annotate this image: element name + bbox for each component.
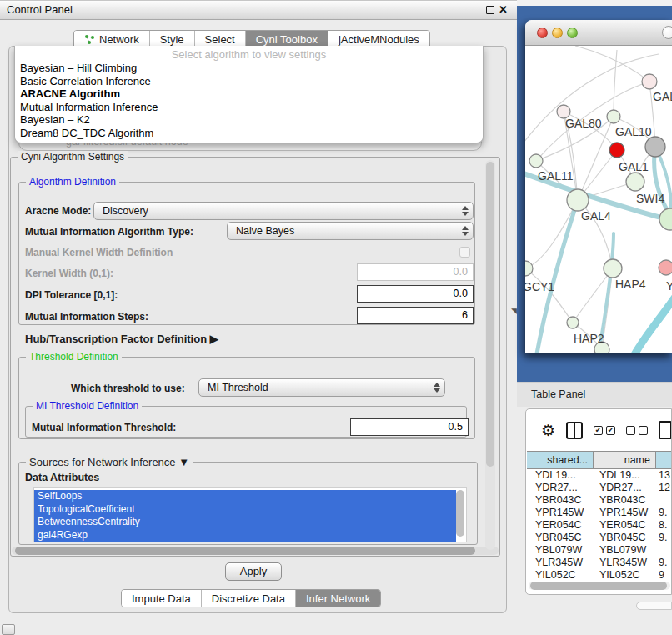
table-toolbar: ⚙ ✔ ✔: [526, 409, 672, 451]
tab-network-label: Network: [99, 33, 139, 46]
aracne-mode-combo[interactable]: Discovery: [93, 202, 474, 220]
node-gal11[interactable]: [529, 154, 543, 168]
tab-impute-data[interactable]: Impute Data: [122, 590, 202, 607]
node-green[interactable]: [607, 110, 620, 123]
network-icon: [84, 34, 95, 45]
which-threshold-value: MI Threshold: [208, 382, 432, 393]
cell: YDR27...: [594, 482, 656, 494]
show-columns-toggle[interactable]: ✔ ✔: [594, 426, 615, 435]
kernel-width-field[interactable]: 0.0: [357, 263, 474, 281]
algorithm-option[interactable]: Mutual Information Inference: [15, 101, 483, 114]
algorithm-option[interactable]: Dream8 DC_TDC Algorithm: [15, 127, 483, 140]
table-row[interactable]: YIL052CYIL052C9: [527, 569, 672, 580]
cell: YDR27...: [527, 482, 594, 494]
mac-minimize-icon[interactable]: [552, 28, 563, 38]
panel-divider-handle[interactable]: ◥: [511, 307, 517, 315]
node-hap4[interactable]: [604, 259, 622, 278]
titlebar-button-partial[interactable]: [662, 26, 672, 39]
columns-icon[interactable]: [566, 422, 583, 439]
aracne-mode-label: Aracne Mode:: [25, 205, 91, 217]
column-header-shared-name[interactable]: shared...: [527, 452, 594, 468]
close-icon[interactable]: ✕: [499, 3, 508, 16]
network-canvas[interactable]: GAL GAL80 GAL10 GAL1 GAL11 SWI4 GAL4 GCY…: [525, 46, 672, 353]
algorithm-option[interactable]: Bayesian – K2: [15, 113, 483, 127]
tab-infer-network-label: Infer Network: [306, 592, 370, 605]
attribute-item[interactable]: SelfLoops: [34, 490, 456, 503]
tab-discretize-data[interactable]: Discretize Data: [202, 590, 296, 607]
mac-close-icon[interactable]: [537, 28, 548, 38]
hub-definition-toggle[interactable]: Hub/Transcription Factor Definition ▶: [25, 332, 218, 345]
table-row[interactable]: YBR045CYBR045C9.: [527, 532, 672, 544]
tab-infer-network[interactable]: Infer Network: [296, 590, 380, 607]
settings-hscrollbar[interactable]: [12, 547, 499, 555]
hide-columns-toggle[interactable]: [626, 426, 648, 435]
attributes-scrollbar-thumb[interactable]: [456, 490, 464, 537]
cyni-algorithm-settings-title: Cyni Algorithm Settings: [18, 151, 128, 162]
mi-steps-field[interactable]: 6: [357, 307, 474, 324]
algorithm-option[interactable]: Basic Correlation Inference: [15, 75, 483, 88]
dpi-tolerance-field[interactable]: 0.0: [357, 285, 474, 302]
float-window-icon[interactable]: [486, 6, 494, 14]
chevron-right-icon: ▶: [210, 332, 218, 345]
cell: 9: [656, 569, 672, 580]
table-row[interactable]: YPR145WYPR145W9.: [527, 507, 672, 519]
document-icon[interactable]: [659, 421, 672, 439]
node-gal-partial[interactable]: [642, 74, 657, 89]
table-hscrollbar[interactable]: [529, 582, 670, 590]
cell: YBL079W: [527, 544, 594, 557]
data-attributes-list[interactable]: SelfLoops TopologicalCoefficient Between…: [33, 487, 467, 542]
gear-icon[interactable]: ⚙: [541, 422, 555, 438]
mi-type-combo[interactable]: Naive Bayes: [227, 222, 474, 240]
mac-zoom-icon[interactable]: [567, 28, 578, 38]
node-swi4[interactable]: [659, 208, 672, 230]
network-window-titlebar[interactable]: [525, 20, 672, 46]
table-row[interactable]: YLR345WYLR345W9.: [527, 557, 672, 569]
table-row[interactable]: YDL19...YDL19...13: [527, 469, 672, 482]
cell: YBR043C: [527, 494, 594, 507]
settings-vscrollbar-thumb[interactable]: [486, 162, 494, 467]
node-label: GAL1: [619, 160, 649, 173]
attribute-item[interactable]: gal4RGexp: [34, 529, 456, 542]
manual-kernel-checkbox[interactable]: [459, 247, 470, 258]
column-header-partial[interactable]: [656, 452, 672, 468]
cell: 9.: [656, 557, 672, 569]
cell: YIL052C: [527, 569, 594, 580]
top-strip: [517, 0, 672, 6]
algorithm-option[interactable]: Bayesian – Hill Climbing: [15, 62, 483, 75]
cell: 9.: [656, 507, 672, 519]
table-row[interactable]: YBL079WYBL079W: [527, 544, 672, 557]
node-label: GAL4: [581, 209, 611, 222]
checked-box-icon: ✔: [594, 426, 603, 435]
settings-vscrollbar[interactable]: [485, 160, 495, 550]
table-panel: ⚙ ✔ ✔ shared... name YDL19...YDL19...13 …: [525, 408, 672, 595]
table-row[interactable]: YBR043CYBR043C: [527, 494, 672, 507]
cell: YDL19...: [594, 469, 656, 482]
attribute-item[interactable]: TopologicalCoefficient: [34, 503, 456, 517]
node-red-selected[interactable]: [609, 142, 624, 158]
node-gal10-gray[interactable]: [645, 137, 665, 157]
which-threshold-label: Which threshold to use:: [71, 382, 185, 394]
table-hscrollbar-thumb[interactable]: [530, 582, 667, 590]
node-gal4[interactable]: [567, 189, 589, 211]
table-row[interactable]: YDR27...YDR27...12: [527, 482, 672, 494]
column-header-name[interactable]: name: [594, 452, 656, 468]
node-gal1[interactable]: [626, 172, 644, 191]
cell: YBR045C: [527, 532, 594, 544]
node-label: HAP2: [574, 332, 604, 345]
attribute-item[interactable]: BetweennessCentrality: [34, 516, 456, 529]
settings-hscrollbar-thumb[interactable]: [15, 547, 475, 555]
sources-group-title[interactable]: Sources for Network Inference ▼: [26, 456, 193, 468]
which-threshold-combo[interactable]: MI Threshold: [198, 378, 445, 397]
kernel-width-label: Kernel Width (0,1):: [25, 268, 113, 279]
node-hap2[interactable]: [567, 317, 579, 328]
algorithm-option-highlighted[interactable]: ARACNE Algorithm: [15, 88, 483, 101]
table-row[interactable]: YER054CYER054C8.: [527, 519, 672, 532]
mi-threshold-label: Mutual Information Threshold:: [32, 422, 176, 433]
apply-button[interactable]: Apply: [225, 562, 282, 581]
minimized-panel-icon[interactable]: [2, 624, 15, 635]
node-label: GAL: [653, 90, 672, 103]
tab-discretize-data-label: Discretize Data: [212, 592, 285, 605]
mi-threshold-field[interactable]: 0.5: [350, 418, 469, 436]
cell: 8.: [656, 519, 672, 532]
node-pink[interactable]: [659, 260, 672, 275]
